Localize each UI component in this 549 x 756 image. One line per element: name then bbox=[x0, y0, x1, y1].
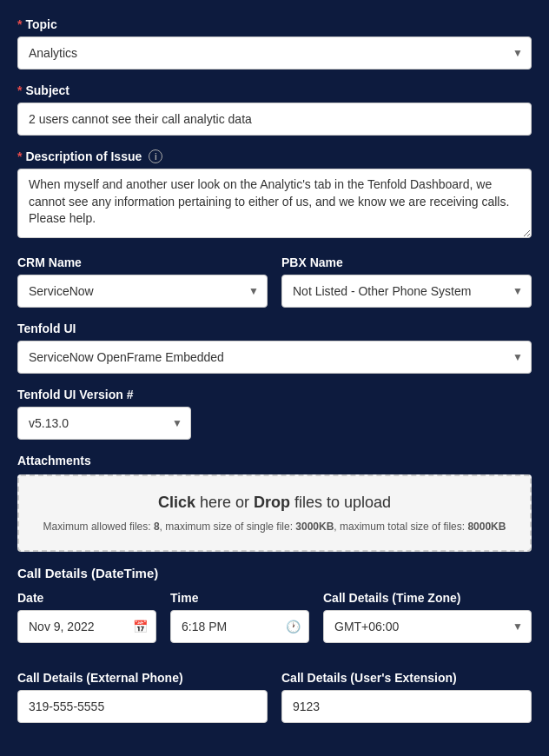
description-required-star: * bbox=[17, 149, 22, 163]
tenfold-ui-label: Tenfold UI bbox=[17, 322, 532, 335]
call-time-label: Time bbox=[170, 591, 309, 605]
call-time-field: Time 🕐 bbox=[170, 591, 309, 643]
call-time-input-wrapper: 🕐 bbox=[170, 610, 309, 643]
external-phone-input[interactable] bbox=[17, 690, 268, 723]
drop-zone-main-text: Click here or Drop files to upload bbox=[36, 494, 513, 512]
crm-name-field: CRM Name ServiceNow ▼ bbox=[17, 255, 268, 308]
drop-zone[interactable]: Click here or Drop files to upload Maxim… bbox=[17, 474, 532, 552]
max-file-size-label: , maximum size of single file: bbox=[160, 521, 296, 533]
max-total-value: 8000KB bbox=[467, 521, 506, 533]
max-total-label: , maximum total size of files: bbox=[334, 521, 467, 533]
subject-label: * Subject bbox=[17, 83, 532, 97]
call-details-section-title: Call Details (DateTime) bbox=[17, 566, 532, 580]
attachments-field: Attachments Click here or Drop files to … bbox=[17, 454, 532, 552]
description-label: * Description of Issue i bbox=[17, 149, 532, 163]
subject-field: * Subject bbox=[17, 83, 532, 136]
crm-name-label: CRM Name bbox=[17, 255, 268, 269]
external-phone-label-text: Call Details (External Phone) bbox=[17, 671, 183, 685]
topic-required-star: * bbox=[17, 17, 22, 31]
drop-zone-info: Maximum allowed files: 8, maximum size o… bbox=[36, 521, 513, 533]
tenfold-ui-version-label-text: Tenfold UI Version # bbox=[17, 388, 134, 401]
topic-label-text: Topic bbox=[25, 17, 56, 31]
crm-name-select[interactable]: ServiceNow bbox=[17, 275, 268, 308]
description-textarea[interactable]: When myself and another user look on the… bbox=[17, 169, 532, 238]
call-timezone-label-text: Call Details (Time Zone) bbox=[323, 591, 460, 605]
click-bold: Click bbox=[158, 494, 195, 511]
tenfold-ui-version-field: Tenfold UI Version # v5.13.0 ▼ bbox=[17, 388, 532, 440]
external-phone-label: Call Details (External Phone) bbox=[17, 671, 268, 685]
topic-select[interactable]: Analytics bbox=[17, 36, 532, 70]
description-label-text: Description of Issue bbox=[25, 149, 142, 163]
topic-field: * Topic Analytics ▼ bbox=[17, 17, 532, 70]
description-info-icon[interactable]: i bbox=[149, 149, 162, 163]
phone-extension-row: Call Details (External Phone) Call Detai… bbox=[17, 671, 532, 737]
extension-input[interactable] bbox=[281, 690, 532, 723]
max-files-value: 8 bbox=[154, 521, 160, 533]
call-date-input[interactable] bbox=[17, 610, 156, 643]
pbx-name-label: PBX Name bbox=[281, 255, 532, 269]
external-phone-field: Call Details (External Phone) bbox=[17, 671, 268, 723]
call-date-label: Date bbox=[17, 591, 156, 605]
call-timezone-field: Call Details (Time Zone) GMT+06:00 ▼ bbox=[323, 591, 532, 643]
pbx-name-field: PBX Name Not Listed - Other Phone System… bbox=[281, 255, 532, 308]
call-date-label-text: Date bbox=[17, 591, 43, 605]
subject-label-text: Subject bbox=[25, 83, 69, 97]
tenfold-ui-label-text: Tenfold UI bbox=[17, 322, 76, 335]
tenfold-ui-version-select[interactable]: v5.13.0 bbox=[17, 407, 191, 440]
crm-pbx-row: CRM Name ServiceNow ▼ PBX Name Not Liste… bbox=[17, 255, 532, 322]
call-date-field: Date 📅 bbox=[17, 591, 156, 643]
topic-label: * Topic bbox=[17, 17, 532, 31]
call-timezone-label: Call Details (Time Zone) bbox=[323, 591, 532, 605]
topic-select-wrapper: Analytics ▼ bbox=[17, 36, 532, 70]
tenfold-ui-select-wrapper: ServiceNow OpenFrame Embedded ▼ bbox=[17, 341, 532, 374]
description-field: * Description of Issue i When myself and… bbox=[17, 149, 532, 242]
drop-bold: Drop bbox=[254, 494, 290, 511]
max-files-label: Maximum allowed files: bbox=[43, 521, 154, 533]
call-time-input[interactable] bbox=[170, 610, 309, 643]
files-to-upload-text: files to upload bbox=[290, 494, 391, 511]
subject-required-star: * bbox=[17, 83, 22, 97]
crm-name-label-text: CRM Name bbox=[17, 255, 82, 269]
extension-field: Call Details (User's Extension) bbox=[281, 671, 532, 723]
form-container: * Topic Analytics ▼ * Subject * Descript… bbox=[17, 17, 532, 756]
max-file-size-value: 3000KB bbox=[295, 521, 334, 533]
extension-label-text: Call Details (User's Extension) bbox=[281, 671, 457, 685]
subject-input[interactable] bbox=[17, 103, 532, 136]
tenfold-ui-field: Tenfold UI ServiceNow OpenFrame Embedded… bbox=[17, 322, 532, 374]
call-timezone-select-wrapper: GMT+06:00 ▼ bbox=[323, 610, 532, 643]
call-date-input-wrapper: 📅 bbox=[17, 610, 156, 643]
tenfold-ui-select[interactable]: ServiceNow OpenFrame Embedded bbox=[17, 341, 532, 374]
call-details-datetime-row: Date 📅 Time 🕐 Call Details (Time Zone) bbox=[17, 591, 532, 657]
tenfold-ui-version-select-wrapper: v5.13.0 ▼ bbox=[17, 407, 191, 440]
call-timezone-select[interactable]: GMT+06:00 bbox=[323, 610, 532, 643]
here-or-text: here or bbox=[195, 494, 254, 511]
pbx-name-select-wrapper: Not Listed - Other Phone System ▼ bbox=[281, 275, 532, 308]
pbx-name-select[interactable]: Not Listed - Other Phone System bbox=[281, 275, 532, 308]
tenfold-ui-version-label: Tenfold UI Version # bbox=[17, 388, 532, 401]
call-time-label-text: Time bbox=[170, 591, 198, 605]
crm-name-select-wrapper: ServiceNow ▼ bbox=[17, 275, 268, 308]
attachments-label: Attachments bbox=[17, 454, 532, 468]
pbx-name-label-text: PBX Name bbox=[281, 255, 343, 269]
extension-label: Call Details (User's Extension) bbox=[281, 671, 532, 685]
